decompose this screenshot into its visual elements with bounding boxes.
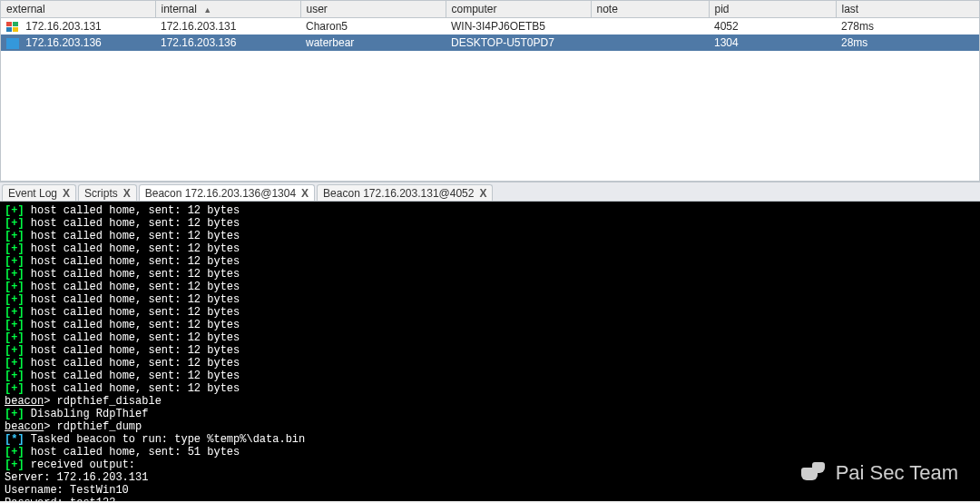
col-last[interactable]: last — [836, 1, 980, 18]
table-row[interactable]: 172.16.203.131 172.16.203.131 Charon5 WI… — [1, 18, 980, 35]
cell-internal: 172.16.203.131 — [155, 18, 300, 35]
close-icon[interactable]: X — [301, 187, 309, 200]
windows-icon — [6, 38, 19, 49]
cell-external: 172.16.203.131 — [25, 20, 101, 33]
tab-scripts[interactable]: Scripts X — [78, 184, 137, 201]
col-label: external — [6, 3, 45, 15]
col-label: user — [307, 3, 328, 15]
col-user[interactable]: user — [300, 1, 446, 18]
tab-beacon-1304[interactable]: Beacon 172.16.203.136@1304 X — [139, 184, 315, 201]
close-icon[interactable]: X — [63, 187, 70, 200]
cell-computer: DESKTOP-U5T0PD7 — [446, 35, 591, 51]
tab-label: Beacon 172.16.203.131@4052 — [323, 187, 474, 200]
col-note[interactable]: note — [591, 1, 709, 18]
cell-computer: WIN-3I4PJ6OETB5 — [446, 18, 591, 35]
tab-event-log[interactable]: Event Log X — [2, 184, 76, 201]
cell-user: waterbear — [300, 35, 446, 51]
cell-note — [591, 35, 709, 51]
cell-last: 28ms — [836, 35, 980, 51]
table-header-row: external internal ▲ user computer note — [1, 1, 980, 18]
col-computer[interactable]: computer — [446, 1, 591, 18]
beacons-panel: external internal ▲ user computer note — [0, 0, 980, 182]
col-pid[interactable]: pid — [709, 1, 836, 18]
col-label: computer — [452, 3, 497, 15]
tab-label: Event Log — [8, 187, 57, 200]
cell-pid: 1304 — [709, 35, 836, 51]
tab-strip: Event Log X Scripts X Beacon 172.16.203.… — [0, 182, 980, 202]
cell-note — [591, 18, 709, 35]
col-label: internal — [162, 3, 197, 15]
col-label: last — [842, 3, 859, 15]
tab-beacon-4052[interactable]: Beacon 172.16.203.131@4052 X — [317, 184, 493, 201]
windows-icon — [6, 22, 19, 33]
tab-label: Beacon 172.16.203.136@1304 — [145, 187, 296, 200]
cell-user: Charon5 — [300, 18, 446, 35]
sort-indicator: ▲ — [203, 5, 211, 15]
cell-pid: 4052 — [709, 18, 836, 35]
table-row[interactable]: 172.16.203.136 172.16.203.136 waterbear … — [1, 35, 980, 51]
cell-external: 172.16.203.136 — [25, 36, 101, 49]
beacons-table: external internal ▲ user computer note — [1, 1, 980, 51]
close-icon[interactable]: X — [479, 187, 486, 200]
col-external[interactable]: external — [1, 1, 155, 18]
close-icon[interactable]: X — [123, 187, 131, 200]
col-label: pid — [715, 3, 730, 15]
cell-internal: 172.16.203.136 — [155, 35, 300, 51]
col-label: note — [597, 3, 618, 15]
beacon-console[interactable]: [+] host called home, sent: 12 bytes [+]… — [0, 202, 980, 501]
col-internal[interactable]: internal ▲ — [155, 1, 300, 18]
cell-last: 278ms — [836, 18, 980, 35]
tab-label: Scripts — [84, 187, 118, 200]
